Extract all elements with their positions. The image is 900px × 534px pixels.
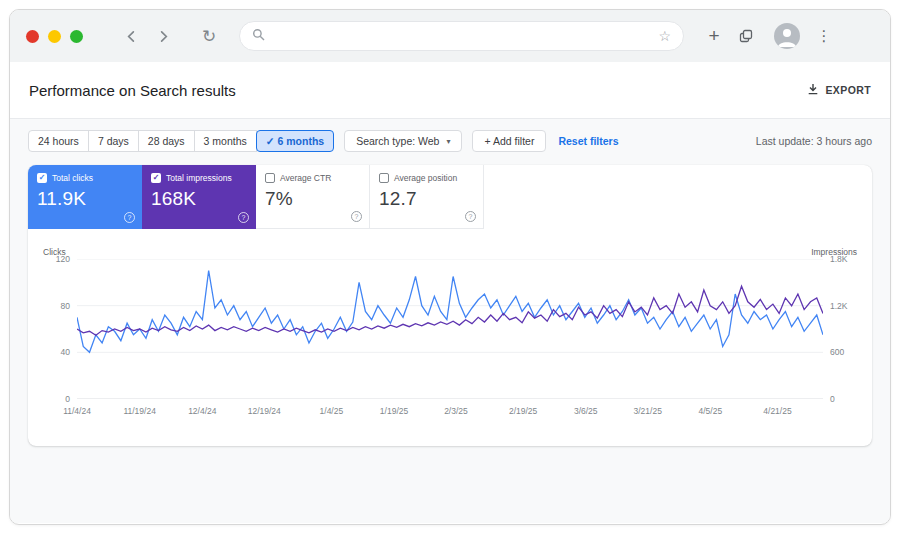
- metric-label: Average CTR: [280, 173, 331, 183]
- forward-icon[interactable]: [151, 24, 175, 48]
- filter-bar: 24 hours7 days28 days3 months✓ 6 months …: [28, 130, 872, 152]
- help-icon[interactable]: ?: [351, 211, 362, 222]
- date-range-28-days[interactable]: 28 days: [138, 130, 195, 152]
- content-area: 24 hours7 days28 days3 months✓ 6 months …: [10, 119, 890, 523]
- axis-tick-label: 0: [65, 395, 70, 404]
- download-icon: [807, 83, 819, 97]
- bookmark-star-icon[interactable]: ☆: [658, 28, 671, 44]
- browser-window: ↻ ☆ + ⋮ Performance on Search results EX…: [9, 9, 891, 525]
- metric-checkbox-average-ctr[interactable]: [265, 173, 275, 183]
- tabs-icon[interactable]: [734, 24, 758, 48]
- x-axis-tick-label: 4/5/25: [699, 406, 723, 416]
- chevron-down-icon: ▾: [446, 137, 450, 146]
- address-bar[interactable]: ☆: [239, 21, 684, 51]
- chart-plot[interactable]: 11/4/2411/19/2412/4/2412/19/241/4/251/19…: [77, 259, 823, 422]
- add-filter-button[interactable]: + Add filter: [472, 130, 546, 152]
- performance-card: ✓Total clicks11.9K?✓Total impressions168…: [28, 165, 872, 446]
- x-axis-tick-label: 4/21/25: [763, 406, 791, 416]
- metric-checkbox-total-impressions[interactable]: ✓: [151, 173, 161, 183]
- close-window-button[interactable]: [26, 30, 39, 43]
- metric-label: Total clicks: [52, 173, 93, 183]
- last-update-text: Last update: 3 hours ago: [756, 135, 872, 147]
- help-icon[interactable]: ?: [238, 212, 249, 223]
- search-icon: [252, 27, 265, 45]
- axis-tick-label: 1.8K: [830, 255, 848, 264]
- reset-filters-link[interactable]: Reset filters: [558, 135, 618, 147]
- x-axis-tick-label: 11/19/24: [123, 406, 155, 416]
- metric-tile-average-ctr[interactable]: Average CTR7%?: [256, 165, 370, 229]
- metric-tile-average-position[interactable]: Average position12.7?: [370, 165, 484, 229]
- x-axis-tick-label: 12/4/24: [188, 406, 216, 416]
- axis-tick-label: 1.2K: [830, 302, 848, 311]
- help-icon[interactable]: ?: [124, 212, 135, 223]
- new-tab-icon[interactable]: +: [702, 24, 726, 48]
- metric-value: 7%: [265, 188, 360, 210]
- metric-checkbox-average-position[interactable]: [379, 173, 389, 183]
- metric-value: 12.7: [379, 188, 474, 210]
- performance-chart: Clicks Impressions 04080120 11/4/2411/19…: [28, 229, 872, 422]
- date-range-7-days[interactable]: 7 days: [88, 130, 139, 152]
- axis-tick-label: 600: [830, 348, 844, 357]
- menu-icon[interactable]: ⋮: [812, 24, 836, 48]
- metric-tile-total-clicks[interactable]: ✓Total clicks11.9K?: [28, 165, 142, 229]
- search-type-label: Search type: Web: [356, 135, 439, 147]
- right-axis-ticks: 06001.2K1.8K: [823, 259, 859, 399]
- date-range-24-hours[interactable]: 24 hours: [28, 130, 89, 152]
- metric-label: Total impressions: [166, 173, 232, 183]
- metric-tile-total-impressions[interactable]: ✓Total impressions168K?: [142, 165, 256, 229]
- metric-checkbox-total-clicks[interactable]: ✓: [37, 173, 47, 183]
- x-axis-ticks: 11/4/2411/19/2412/4/2412/19/241/4/251/19…: [77, 406, 823, 422]
- date-range-3-months[interactable]: 3 months: [194, 130, 257, 152]
- avatar[interactable]: [774, 23, 800, 49]
- browser-toolbar: ↻ ☆ + ⋮: [10, 10, 890, 62]
- export-label: EXPORT: [825, 84, 871, 96]
- axis-tick-label: 80: [61, 302, 70, 311]
- page-title: Performance on Search results: [29, 82, 236, 99]
- metric-label: Average position: [394, 173, 457, 183]
- x-axis-tick-label: 2/19/25: [509, 406, 537, 416]
- metric-tiles: ✓Total clicks11.9K?✓Total impressions168…: [28, 165, 872, 229]
- x-axis-tick-label: 12/19/24: [248, 406, 281, 416]
- x-axis-tick-label: 2/3/25: [444, 406, 468, 416]
- add-filter-label: + Add filter: [484, 135, 534, 147]
- date-range-6-months[interactable]: ✓ 6 months: [256, 130, 334, 152]
- minimize-window-button[interactable]: [48, 30, 61, 43]
- axis-tick-label: 40: [61, 348, 70, 357]
- app-header: Performance on Search results EXPORT: [10, 62, 890, 119]
- date-range-group: 24 hours7 days28 days3 months✓ 6 months: [28, 130, 334, 152]
- refresh-icon[interactable]: ↻: [197, 24, 221, 48]
- export-button[interactable]: EXPORT: [807, 83, 871, 97]
- back-icon[interactable]: [119, 24, 143, 48]
- left-axis-ticks: 04080120: [41, 259, 77, 399]
- x-axis-tick-label: 1/19/25: [380, 406, 408, 416]
- x-axis-tick-label: 11/4/24: [63, 406, 91, 416]
- axis-tick-label: 0: [830, 395, 835, 404]
- metric-value: 11.9K: [37, 188, 133, 210]
- axis-tick-label: 120: [56, 255, 70, 264]
- metric-value: 168K: [151, 188, 247, 210]
- window-controls: [26, 30, 83, 43]
- x-axis-tick-label: 3/6/25: [574, 406, 598, 416]
- maximize-window-button[interactable]: [70, 30, 83, 43]
- x-axis-tick-label: 1/4/25: [320, 406, 344, 416]
- help-icon[interactable]: ?: [465, 211, 476, 222]
- chart-canvas[interactable]: [77, 259, 823, 399]
- x-axis-tick-label: 3/21/25: [634, 406, 662, 416]
- search-type-dropdown[interactable]: Search type: Web ▾: [344, 130, 462, 152]
